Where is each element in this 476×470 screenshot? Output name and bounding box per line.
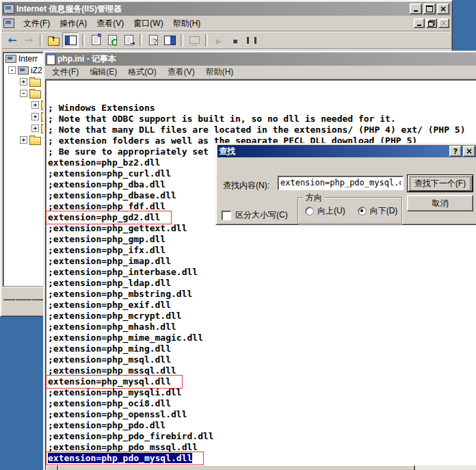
line-text: ;extension=php_exif.dll	[48, 300, 171, 310]
start-icon-button[interactable]	[211, 33, 226, 47]
line-text: ; Note that ODBC support is built in, so…	[48, 114, 396, 124]
tree-expander-icon[interactable]: +	[31, 125, 39, 132]
tree-expander-icon[interactable]: -	[20, 90, 27, 97]
iis-window-title: Internet 信息服务(IIS)管理器	[16, 3, 408, 15]
stop-icon	[233, 34, 238, 47]
line-text: ;extension=php_mcrypt.dll	[48, 311, 182, 321]
detail-pane-icon	[164, 36, 176, 45]
forward-icon-button[interactable]	[21, 33, 36, 47]
restore-icon[interactable]	[426, 18, 437, 28]
iis-toolbar	[2, 31, 451, 49]
iis-app-icon	[3, 4, 14, 14]
stop-icon-button[interactable]	[228, 33, 243, 47]
menu-item[interactable]: 帮助(H)	[200, 65, 239, 79]
tree-item[interactable]: +	[3, 111, 43, 122]
tree-item[interactable]: -iZ2	[3, 64, 43, 76]
up-folder-icon-button[interactable]	[46, 33, 61, 47]
iis-console-tree[interactable]: Interr-iZ2+-++++	[3, 52, 44, 289]
tree-item[interactable]: +	[3, 122, 43, 134]
menu-item[interactable]: 文件(F)	[47, 65, 84, 79]
direction-down-radio[interactable]	[358, 207, 367, 216]
refresh-icon-button[interactable]	[105, 33, 120, 47]
line-text: ; Be sure to appropriately set	[48, 146, 209, 157]
line-text: ;extension=php_dbase.dll	[48, 190, 176, 200]
restore-icon	[428, 21, 434, 27]
text-line: ;extension=php_mcrypt.dll	[48, 311, 476, 322]
computer-connect-icon-button[interactable]	[187, 33, 202, 47]
maximize-icon[interactable]	[423, 3, 436, 14]
menu-item[interactable]: 格式(O)	[122, 65, 161, 79]
tree-expander-icon[interactable]: +	[20, 78, 27, 86]
notepad-edit-area[interactable]: ; Windows Extensions; Note that ODBC sup…	[45, 79, 476, 470]
iis-title-bar[interactable]: Internet 信息服务(IIS)管理器	[2, 2, 451, 16]
menu-item[interactable]: 文件(F)	[18, 16, 55, 31]
line-text: ;extension=php_mime_magic.dll	[48, 332, 203, 343]
notepad-menu-items: 文件(F)编辑(E)格式(O)查看(V)帮助(H)	[47, 65, 239, 79]
folder-icon	[29, 90, 41, 99]
line-text: ;extension=php_imap.dll	[48, 256, 171, 266]
line-text: ;extension=php_ldap.dll	[48, 278, 171, 288]
cancel-button[interactable]: 取消	[407, 195, 473, 211]
find-what-input[interactable]	[278, 176, 404, 190]
show-tree-icon-button[interactable]	[62, 32, 79, 48]
find-what-label: 查找内容(N):	[223, 180, 269, 192]
minimize-icon[interactable]	[410, 3, 422, 14]
tree-item[interactable]: -	[3, 88, 43, 99]
scrollbar-thumb[interactable]	[58, 465, 415, 470]
menu-item[interactable]: 编辑(E)	[84, 65, 122, 79]
find-title-buttons	[449, 146, 475, 157]
detail-pane-icon-button[interactable]	[162, 33, 177, 47]
pause-icon-button[interactable]	[244, 33, 259, 47]
tree-expander-icon[interactable]: +	[31, 113, 39, 120]
tree-item[interactable]: +	[3, 76, 43, 88]
menu-item[interactable]: 查看(V)	[162, 65, 200, 79]
back-icon-button[interactable]	[5, 33, 20, 47]
tree-expander-icon[interactable]: +	[20, 136, 27, 144]
tree-item[interactable]: Interr	[3, 53, 43, 64]
notepad-window: php.ini - 记事本 文件(F)编辑(E)格式(O)查看(V)帮助(H) …	[43, 51, 476, 470]
tree-expander-icon[interactable]: -	[8, 66, 16, 74]
find-dialog-title-bar[interactable]: 查找	[217, 145, 476, 157]
help-icon-button[interactable]	[146, 33, 161, 47]
toolbar-separator	[205, 34, 208, 47]
menu-item[interactable]: 窗口(W)	[129, 16, 168, 31]
tree-item[interactable]: +	[3, 99, 43, 111]
notepad-title-bar[interactable]: php.ini - 记事本	[45, 53, 476, 66]
menu-item[interactable]: 查看(V)	[92, 16, 129, 31]
iis-title-buttons	[410, 3, 449, 14]
match-case-checkbox[interactable]	[222, 211, 231, 220]
close-icon[interactable]	[437, 3, 449, 14]
tree-item[interactable]: +	[3, 134, 43, 146]
direction-up-label: 向上(U)	[317, 205, 345, 217]
tree-expander-icon[interactable]: +	[31, 101, 39, 109]
minimize-icon[interactable]	[414, 18, 425, 28]
forward-icon	[24, 34, 33, 47]
notepad-horizontal-scrollbar[interactable]: ◀	[46, 465, 476, 470]
find-next-button[interactable]: 查找下一个(F)	[407, 174, 473, 192]
menu-item[interactable]: 帮助(H)	[168, 16, 206, 31]
line-text: ;extension=php_curl.dll	[48, 168, 171, 179]
line-wrap: ;extension=php_mime_magic.dll	[48, 332, 203, 343]
selected-text: extension=php_pdo_mysql.dll	[48, 453, 192, 463]
close-icon[interactable]	[463, 146, 475, 157]
highlight-box: extension=php_gd2.dll	[46, 211, 172, 224]
php-ini-text: ; Windows Extensions; Note that ODBC sup…	[46, 80, 476, 464]
scrollbar-track[interactable]	[415, 465, 476, 470]
minimize-icon	[417, 25, 421, 26]
line-wrap: ;extension=php_ldap.dll	[48, 278, 171, 289]
export-list-icon-button[interactable]	[121, 33, 136, 47]
line-wrap: ;extension=php_pdo.dll	[48, 420, 166, 431]
text-line: ;extension=php_interbase.dll	[48, 267, 476, 278]
properties-icon-button[interactable]	[88, 33, 103, 47]
match-case-row: 区分大小写(C)	[222, 209, 288, 221]
text-line: ;extension=php_pdo.dll	[48, 420, 476, 431]
help-question-icon[interactable]	[449, 146, 462, 157]
scroll-left-icon[interactable]: ◀	[46, 465, 58, 470]
find-next-label: 查找下一个(F)	[410, 177, 470, 190]
close-icon[interactable]	[438, 18, 449, 28]
direction-up-radio[interactable]	[305, 207, 314, 216]
menu-item[interactable]: 操作(A)	[55, 16, 92, 31]
text-line: ;extension=php_mime_magic.dll	[48, 332, 476, 343]
close-icon	[440, 5, 447, 13]
back-icon	[8, 34, 16, 47]
